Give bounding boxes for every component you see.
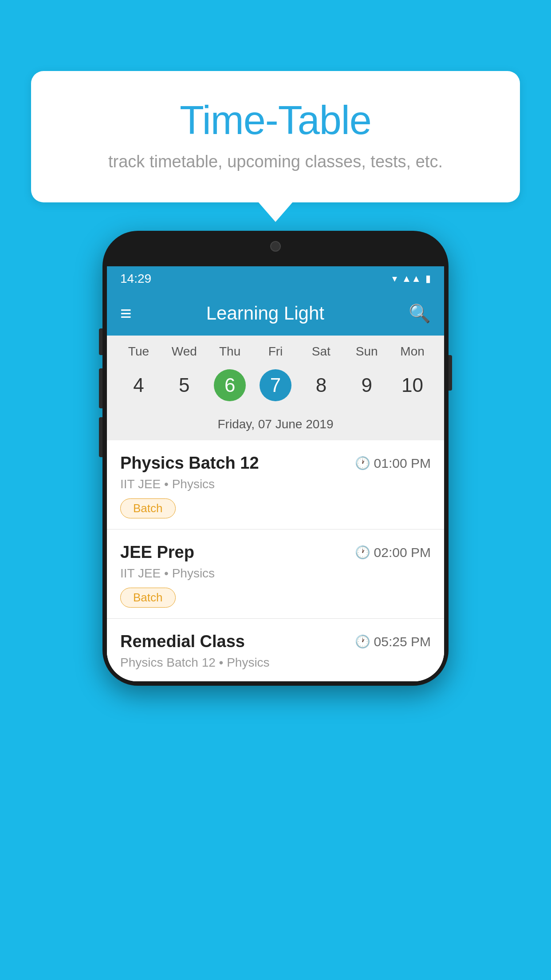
day-headers: Tue Wed Thu Fri Sat Sun Mon [107, 336, 444, 363]
notch [236, 235, 315, 257]
calendar-section: Tue Wed Thu Fri Sat Sun Mon 4 5 [107, 336, 444, 440]
day-header-thu: Thu [207, 344, 253, 359]
day-numbers: 4 5 6 7 8 9 [107, 363, 444, 412]
volume-up-button [99, 368, 102, 408]
class-header-3: Remedial Class 🕐 05:25 PM [120, 632, 431, 651]
class-time-3: 🕐 05:25 PM [355, 634, 431, 649]
day-9-wrapper[interactable]: 9 [344, 368, 390, 403]
day-10[interactable]: 10 [390, 368, 435, 403]
class-time-value-2: 02:00 PM [374, 545, 431, 560]
day-7-selected[interactable]: 7 [260, 369, 291, 401]
class-header-2: JEE Prep 🕐 02:00 PM [120, 543, 431, 562]
notch-area [107, 235, 444, 266]
bubble-title: Time-Table [53, 98, 498, 143]
class-time-value-1: 01:00 PM [374, 456, 431, 471]
class-time-value-3: 05:25 PM [374, 634, 431, 649]
hamburger-menu-icon[interactable]: ≡ [120, 304, 131, 323]
day-7-wrapper[interactable]: 7 [253, 369, 299, 401]
class-time-2: 🕐 02:00 PM [355, 545, 431, 560]
day-5-wrapper[interactable]: 5 [161, 368, 207, 403]
day-4[interactable]: 4 [116, 368, 161, 403]
day-header-tue: Tue [116, 344, 161, 359]
class-badge-2: Batch [120, 588, 176, 608]
power-button [449, 355, 452, 391]
camera [270, 241, 281, 252]
class-list: Physics Batch 12 🕐 01:00 PM IIT JEE • Ph… [107, 440, 444, 681]
class-name-1: Physics Batch 12 [120, 454, 259, 473]
class-badge-1: Batch [120, 498, 176, 518]
day-8[interactable]: 8 [298, 368, 344, 403]
phone-screen: 14:29 ▾ ▲▲ ▮ ≡ Learning Light 🔍 Tue Wed … [107, 266, 444, 681]
signal-icon: ▲▲ [401, 273, 421, 285]
volume-down-button [99, 417, 102, 457]
day-header-wed: Wed [161, 344, 207, 359]
day-header-sun: Sun [344, 344, 390, 359]
day-10-wrapper[interactable]: 10 [390, 368, 435, 403]
app-bar: ≡ Learning Light 🔍 [107, 291, 444, 336]
class-item-3[interactable]: Remedial Class 🕐 05:25 PM Physics Batch … [107, 619, 444, 681]
day-5[interactable]: 5 [161, 368, 207, 403]
app-title: Learning Light [131, 303, 400, 324]
search-icon[interactable]: 🔍 [409, 303, 431, 324]
battery-icon: ▮ [425, 273, 431, 285]
status-time: 14:29 [120, 272, 151, 286]
class-name-3: Remedial Class [120, 632, 245, 651]
class-header-1: Physics Batch 12 🕐 01:00 PM [120, 454, 431, 473]
day-8-wrapper[interactable]: 8 [298, 368, 344, 403]
volume-silent-button [99, 328, 102, 355]
speech-bubble: Time-Table track timetable, upcoming cla… [31, 71, 520, 202]
class-subtitle-1: IIT JEE • Physics [120, 477, 431, 491]
status-icons: ▾ ▲▲ ▮ [392, 273, 431, 285]
clock-icon-2: 🕐 [355, 545, 370, 560]
day-6-today[interactable]: 6 [214, 369, 246, 401]
day-6-wrapper[interactable]: 6 [207, 369, 253, 401]
class-item-1[interactable]: Physics Batch 12 🕐 01:00 PM IIT JEE • Ph… [107, 440, 444, 530]
class-item-2[interactable]: JEE Prep 🕐 02:00 PM IIT JEE • Physics Ba… [107, 530, 444, 619]
class-subtitle-2: IIT JEE • Physics [120, 566, 431, 581]
phone-frame: 14:29 ▾ ▲▲ ▮ ≡ Learning Light 🔍 Tue Wed … [102, 231, 449, 686]
class-time-1: 🕐 01:00 PM [355, 456, 431, 471]
day-header-fri: Fri [253, 344, 299, 359]
day-9[interactable]: 9 [344, 368, 390, 403]
status-bar: 14:29 ▾ ▲▲ ▮ [107, 266, 444, 291]
day-header-sat: Sat [298, 344, 344, 359]
class-subtitle-3: Physics Batch 12 • Physics [120, 656, 431, 670]
day-header-mon: Mon [390, 344, 435, 359]
selected-date-label: Friday, 07 June 2019 [107, 412, 444, 440]
day-4-wrapper[interactable]: 4 [116, 368, 161, 403]
bubble-subtitle: track timetable, upcoming classes, tests… [53, 152, 498, 171]
clock-icon-3: 🕐 [355, 634, 370, 649]
clock-icon-1: 🕐 [355, 456, 370, 470]
class-name-2: JEE Prep [120, 543, 194, 562]
wifi-icon: ▾ [392, 273, 397, 285]
phone-mockup: 14:29 ▾ ▲▲ ▮ ≡ Learning Light 🔍 Tue Wed … [102, 231, 449, 686]
